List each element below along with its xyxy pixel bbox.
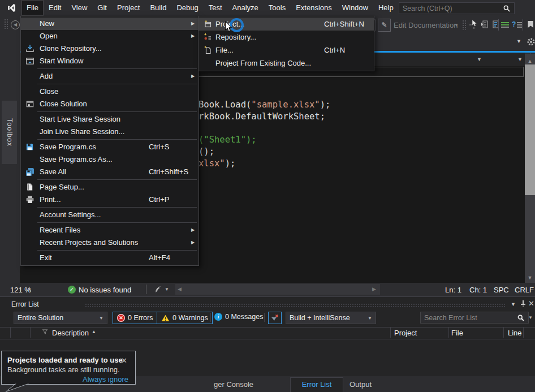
menubar-item-extensions[interactable]: Extensions: [291, 0, 337, 16]
file-menu-item-open[interactable]: Open▶: [21, 30, 199, 42]
messages-count: 0 Messages: [225, 313, 263, 321]
new-submenu-item-project-from-existing-code[interactable]: Project From Existing Code...: [199, 57, 374, 70]
toolbar-divider: [523, 19, 523, 31]
quill-dropdown-icon[interactable]: ▼: [165, 287, 169, 292]
new-submenu-item-file[interactable]: File...Ctrl+N: [199, 44, 374, 57]
quill-icon[interactable]: [154, 285, 162, 294]
menubar-item-tools[interactable]: Tools: [264, 0, 291, 16]
errors-toggle-button[interactable]: ✕ 0 Errors: [113, 312, 157, 324]
file-menu-item-print[interactable]: Print...Ctrl+P: [21, 193, 199, 206]
code-line: rkBook.DefaultWorkSheet;: [199, 111, 330, 123]
menu-item-shortcut: Ctrl+Shift+N: [324, 18, 364, 31]
close-icon[interactable]: ✕: [528, 299, 534, 308]
tab-error-list[interactable]: Error List: [290, 377, 343, 392]
toolbar-drag-handle[interactable]: [4, 19, 8, 29]
question-mark-icon[interactable]: ?: [512, 20, 516, 28]
filter-button[interactable]: [268, 312, 282, 324]
format-document-icon[interactable]: [491, 20, 502, 30]
gear-icon[interactable]: [527, 37, 535, 46]
tab-package-manager-console[interactable]: ger Console: [214, 380, 253, 389]
menu-item-shortcut: Alt+F4: [149, 252, 170, 264]
navbar-dropdown-icon[interactable]: ▼: [477, 57, 482, 62]
zoom-dropdown-icon[interactable]: ▼: [27, 287, 32, 292]
panel-drag-texture[interactable]: [85, 303, 506, 307]
search-icon: [517, 314, 525, 322]
scrollbar-down-arrow[interactable]: ▼: [525, 275, 535, 281]
file-menu-item-new[interactable]: New▶: [21, 18, 199, 30]
submenu-arrow-icon: ▶: [191, 30, 195, 42]
new-repository-icon: [203, 32, 212, 41]
edit-documentation-icon[interactable]: ✎: [378, 19, 391, 32]
error-list-search-input[interactable]: Search Error List: [420, 312, 529, 324]
file-menu-item-save-program-cs-as[interactable]: Save Program.cs As...: [21, 153, 199, 166]
menubar-item-view[interactable]: View: [66, 0, 92, 16]
menubar-item-project[interactable]: Project: [112, 0, 145, 16]
menu-item-label: Project From Existing Code...: [215, 57, 311, 70]
menubar-item-window[interactable]: Window: [337, 0, 373, 16]
scope-dropdown[interactable]: Entire Solution▼: [14, 312, 107, 324]
column-header-line[interactable]: Line: [508, 329, 522, 337]
menubar-item-help[interactable]: Help: [373, 0, 399, 16]
menubar-item-test[interactable]: Test: [204, 0, 227, 16]
bookmark-icon[interactable]: [526, 20, 535, 30]
file-menu-item-join-live-share-session[interactable]: Join Live Share Session...: [21, 126, 199, 138]
menubar-item-edit[interactable]: Edit: [44, 0, 66, 16]
document-list-chevron-icon[interactable]: ▼: [516, 38, 521, 44]
chevron-down-icon[interactable]: ▼: [454, 23, 459, 28]
spaces-indicator[interactable]: SPC: [494, 286, 509, 294]
menubar-item-build[interactable]: Build: [145, 0, 171, 16]
file-menu-item-add[interactable]: Add▶: [21, 70, 199, 83]
file-menu-item-close[interactable]: Close: [21, 85, 199, 98]
build-filter-dropdown[interactable]: Build + IntelliSense▼: [286, 312, 376, 324]
notification-tail: [5, 383, 34, 392]
file-menu-item-save-program-cs[interactable]: Save Program.csCtrl+S: [21, 141, 199, 153]
issues-status[interactable]: No issues found: [79, 286, 131, 294]
file-menu-item-page-setup[interactable]: Page Setup...: [21, 181, 199, 193]
always-ignore-link[interactable]: Always ignore: [83, 375, 128, 384]
messages-toggle-button[interactable]: i 0 Messages: [214, 313, 263, 321]
horizontal-scrollbar[interactable]: [175, 284, 380, 295]
file-menu-item-recent-files[interactable]: Recent Files▶: [21, 224, 199, 236]
selection-tool-icon[interactable]: [469, 20, 479, 30]
quick-search-input[interactable]: Search (Ctrl+Q): [399, 2, 515, 14]
error-icon: ✕: [117, 314, 125, 322]
file-menu-item-exit[interactable]: ExitAlt+F4: [21, 252, 199, 264]
column-header-description[interactable]: Description: [52, 329, 89, 337]
file-menu-item-clone-repository[interactable]: Clone Repository...: [21, 42, 199, 55]
navigate-back-icon[interactable]: ◀: [11, 20, 20, 29]
warnings-toggle-button[interactable]: 0 Warnings: [157, 312, 213, 324]
comment-lines-icon[interactable]: [501, 22, 509, 28]
save-all-icon: [25, 167, 34, 176]
file-menu-item-recent-projects-and-solutions[interactable]: Recent Projects and Solutions▶: [21, 236, 199, 249]
column-header-project[interactable]: Project: [394, 329, 417, 337]
menu-item-label: Account Settings...: [40, 209, 101, 221]
submenu-arrow-icon: ▶: [191, 224, 195, 236]
navbar-dropdown-icon[interactable]: ▼: [517, 57, 523, 62]
column-filter-icon[interactable]: [42, 329, 48, 335]
close-icon[interactable]: ✕: [121, 356, 127, 365]
column-header-file[interactable]: File: [451, 329, 463, 337]
toolbox-tab[interactable]: Toolbox: [2, 101, 17, 164]
file-menu-item-close-solution[interactable]: Close Solution: [21, 98, 199, 110]
scrollbar-left-arrow[interactable]: ◀: [178, 286, 182, 292]
file-menu-item-start-live-share-session[interactable]: Start Live Share Session: [21, 113, 199, 126]
code-line: xlsx");: [199, 158, 330, 170]
menu-item-label: File...: [215, 44, 234, 57]
file-menu-item-save-all[interactable]: Save AllCtrl+Shift+S: [21, 166, 199, 178]
vertical-scrollbar-thumb[interactable]: [525, 64, 535, 195]
scrollbar-up-arrow[interactable]: ▲: [525, 58, 535, 64]
file-menu-item-account-settings[interactable]: Account Settings...: [21, 209, 199, 221]
indent-document-icon[interactable]: [481, 20, 491, 30]
menubar-item-debug[interactable]: Debug: [171, 0, 203, 16]
menubar-item-git[interactable]: Git: [92, 0, 112, 16]
scrollbar-right-arrow[interactable]: ▶: [372, 286, 376, 292]
menu-item-label: Repository...: [215, 31, 256, 44]
tab-output[interactable]: Output: [350, 380, 372, 389]
menubar-item-analyze[interactable]: Analyze: [227, 0, 264, 16]
menubar-item-file[interactable]: File: [21, 0, 44, 16]
panel-position-dropdown-icon[interactable]: ▼: [511, 301, 516, 307]
file-menu-item-start-window[interactable]: Start Window: [21, 55, 199, 67]
pin-icon[interactable]: [519, 300, 527, 308]
search-options-dropdown-icon[interactable]: ▼: [528, 315, 533, 320]
line-ending-indicator[interactable]: CRLF: [515, 286, 534, 294]
